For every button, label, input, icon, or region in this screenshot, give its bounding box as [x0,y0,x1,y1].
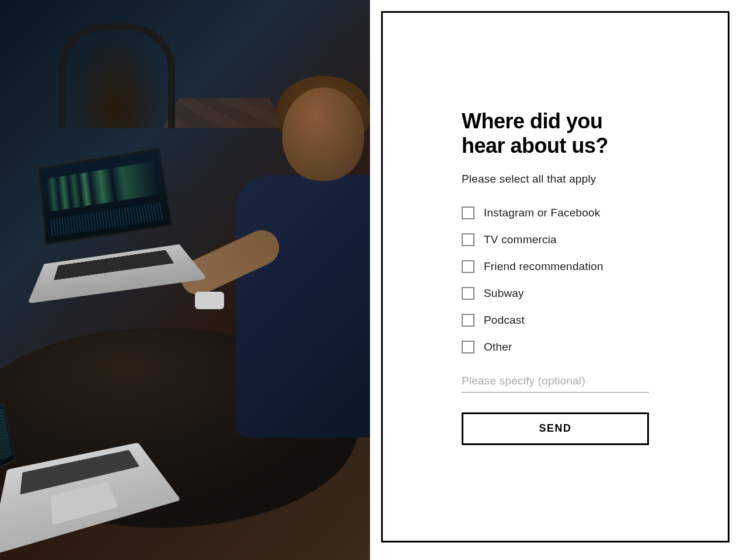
checkbox-label: TV commercia [484,233,557,246]
checkbox-label: Instagram or Facebook [484,206,601,219]
checkbox-icon [462,206,474,219]
hero-image [0,0,370,560]
checkbox-label: Other [484,341,512,354]
form-subheading: Please select all that apply [462,173,649,186]
specify-input[interactable] [462,371,649,393]
checkbox-option-tv-commercial[interactable]: TV commercia [462,233,649,246]
checkbox-label: Friend recommendation [484,260,603,273]
checkbox-option-instagram-facebook[interactable]: Instagram or Facebook [462,206,649,219]
form-card: Where did you hear about us? Please sele… [381,11,729,542]
form-panel: Where did you hear about us? Please sele… [370,0,747,560]
form-heading: Where did you hear about us? [462,109,649,159]
checkbox-option-podcast[interactable]: Podcast [462,314,649,327]
checkbox-option-subway[interactable]: Subway [462,287,649,300]
checkbox-group: Instagram or Facebook TV commercia Frien… [462,206,649,354]
checkbox-icon [462,341,474,354]
checkbox-label: Podcast [484,314,525,327]
checkbox-icon [462,260,474,273]
checkbox-icon [462,233,474,246]
checkbox-icon [462,314,474,327]
checkbox-option-friend-recommendation[interactable]: Friend recommendation [462,260,649,273]
checkbox-label: Subway [484,287,524,300]
photo-scene [0,0,370,560]
checkbox-option-other[interactable]: Other [462,341,649,354]
checkbox-icon [462,287,474,300]
send-button[interactable]: SEND [462,412,649,445]
